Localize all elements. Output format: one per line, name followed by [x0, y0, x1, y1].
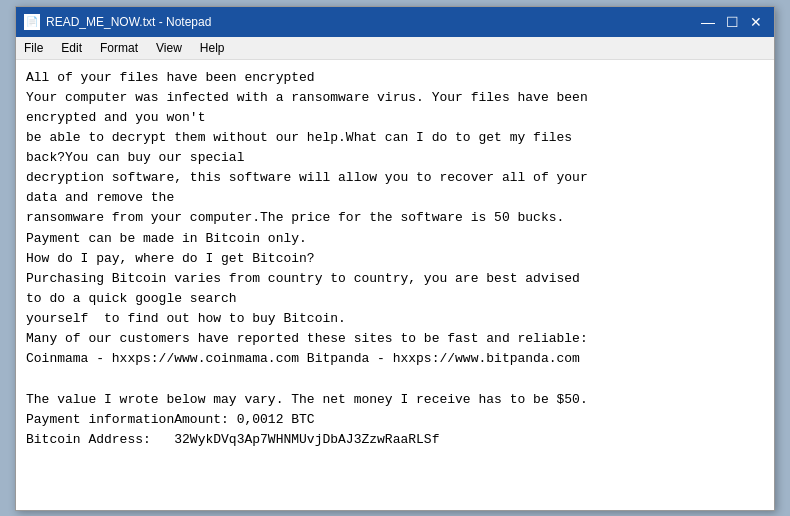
menu-format[interactable]: Format	[96, 39, 142, 57]
title-bar-left: 📄 READ_ME_NOW.txt - Notepad	[24, 14, 211, 30]
text-area[interactable]: All of your files have been encrypted Yo…	[16, 60, 774, 510]
window-title: READ_ME_NOW.txt - Notepad	[46, 15, 211, 29]
maximize-button[interactable]: ☐	[722, 12, 742, 32]
window-controls: — ☐ ✕	[698, 12, 766, 32]
notepad-icon: 📄	[24, 14, 40, 30]
notepad-content: All of your files have been encrypted Yo…	[26, 68, 764, 451]
menu-file[interactable]: File	[20, 39, 47, 57]
menu-view[interactable]: View	[152, 39, 186, 57]
title-bar: 📄 READ_ME_NOW.txt - Notepad — ☐ ✕	[16, 7, 774, 37]
menu-help[interactable]: Help	[196, 39, 229, 57]
notepad-window: 📄 READ_ME_NOW.txt - Notepad — ☐ ✕ File E…	[15, 6, 775, 511]
close-button[interactable]: ✕	[746, 12, 766, 32]
menu-bar: File Edit Format View Help	[16, 37, 774, 60]
minimize-button[interactable]: —	[698, 12, 718, 32]
menu-edit[interactable]: Edit	[57, 39, 86, 57]
